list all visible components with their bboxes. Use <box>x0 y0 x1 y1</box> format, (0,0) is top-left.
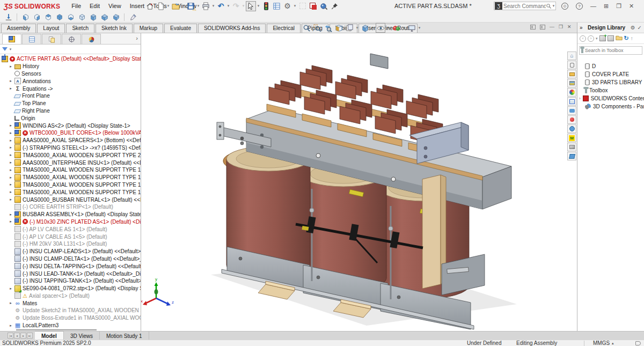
tree-horizontal-scrollbar[interactable] <box>16 329 97 330</box>
tree-item[interactable]: Origin <box>0 114 141 122</box>
bottom-tab-model[interactable]: Model <box>35 331 64 340</box>
tree-expander-icon[interactable]: ▸ <box>9 153 13 157</box>
library-back-icon[interactable]: ‹ <box>580 35 586 42</box>
command-search-input[interactable] <box>503 3 546 9</box>
annotations-visibility-icon[interactable] <box>345 23 354 33</box>
edit-appearance-icon[interactable] <box>391 23 401 33</box>
taskpane-pin-icon[interactable]: ✓ <box>638 25 642 31</box>
library-item[interactable]: Toolbox <box>577 86 644 94</box>
command-tab-evaluate[interactable]: Evaluate <box>164 24 197 33</box>
graphics-viewport[interactable]: x y z <box>141 33 567 332</box>
tree-item[interactable]: (-) INSU CLAMP-LEADS<1> (Default) <<Defa… <box>0 248 141 255</box>
tree-item[interactable]: Front Plane <box>0 92 141 100</box>
custom-properties-tab[interactable] <box>567 97 576 106</box>
view-orientation-icon[interactable] <box>360 23 370 33</box>
library-item[interactable]: 3D PARTS LIBRARY <box>577 78 644 86</box>
tree-item[interactable]: (-) AP LV CABLE AS 1<1> (Default) <box>0 225 141 233</box>
library-item[interactable]: ›SOLIDWORKS Content <box>577 94 644 102</box>
previous-view-icon[interactable] <box>323 23 333 33</box>
tree-expander-icon[interactable]: ▸ <box>9 182 13 187</box>
new-caret-icon[interactable]: ▾ <box>166 4 170 8</box>
view-isometric-icon[interactable] <box>88 12 98 22</box>
tree-item[interactable]: ⚙Update Sketch2 in TMAS0000_AXIAL WOODEN… <box>0 307 141 314</box>
open-caret-icon[interactable]: ▾ <box>181 4 185 8</box>
custom-properties-tag-icon[interactable] <box>635 341 641 345</box>
tree-item[interactable]: ▸WINDING AS<2> (Default) <Display State-… <box>0 122 141 129</box>
units-caret-icon[interactable]: ▴ <box>612 341 614 345</box>
tree-expander-icon[interactable]: ▸ <box>9 219 13 224</box>
tree-item[interactable]: ▸ΣEquations -> <box>0 85 141 92</box>
print-icon[interactable] <box>201 1 211 11</box>
tree-item[interactable]: ▸AAnnotations <box>0 77 141 85</box>
manufacturing-network-tab[interactable] <box>567 143 576 151</box>
doc-restore-icon[interactable]: ❐ <box>559 24 563 30</box>
doc-close-icon[interactable]: ✕ <box>567 24 572 30</box>
tree-item[interactable]: ▸SE090-04-0081_07R2.stp<1> (Default) <Di… <box>0 285 141 292</box>
tree-expander-icon[interactable]: ▸ <box>9 286 13 291</box>
pane-right-icon[interactable] <box>540 25 545 30</box>
tree-item[interactable]: ▸∞Mates <box>0 299 141 307</box>
tree-expander-icon[interactable]: ▸ <box>9 168 13 172</box>
tree-item[interactable]: ▸TMAS0000_AXIAL WOODEN SUPPORT TYPE 1<6>… <box>0 188 141 196</box>
doc-minimize-icon[interactable]: — <box>550 24 554 30</box>
view-orientation-caret-icon[interactable]: ▾ <box>371 26 375 30</box>
pane-left-icon[interactable] <box>530 25 536 30</box>
view-front-icon[interactable] <box>20 12 31 22</box>
tree-expander-icon[interactable]: ▸ <box>9 301 13 305</box>
save-caret-icon[interactable]: ▾ <box>196 4 200 8</box>
tree-expander-icon[interactable]: ▸ <box>9 131 13 135</box>
tree-item[interactable]: ▸BUSBAR ASSEMBLY<1> (Default) <Display S… <box>0 211 141 218</box>
command-tab-assembly[interactable]: Assembly <box>1 24 36 33</box>
tree-item[interactable]: (-) INSU LEAD-TANK<1> (Default) <<Defaul… <box>0 270 141 277</box>
tree-expander-icon[interactable]: ▸ <box>9 64 13 69</box>
flyout-expand-icon[interactable]: › <box>136 35 138 41</box>
options-caret-icon[interactable]: ▾ <box>293 4 297 8</box>
command-tab-layout[interactable]: Layout <box>37 24 65 33</box>
tree-expander-icon[interactable]: ▸ <box>9 79 13 83</box>
view-dimetric-icon[interactable] <box>99 12 109 22</box>
user-account-icon[interactable]: ☺ <box>561 3 568 10</box>
tree-expander-icon[interactable]: ▸ <box>9 197 13 202</box>
tree-expander-icon[interactable]: ▸ <box>9 323 13 328</box>
assembly-3d-model[interactable]: x y z <box>141 33 567 332</box>
tab-last-icon[interactable]: ▸| <box>27 333 33 338</box>
command-tab-sketch[interactable]: Sketch <box>66 24 94 33</box>
add-file-location-icon[interactable] <box>608 35 614 41</box>
propertymanager-tab[interactable] <box>22 34 41 44</box>
tree-item[interactable]: ▸TMAS0000_AXIAL WOODEN SUPPORT TYPE 1<1>… <box>0 166 141 174</box>
taskpane-options-gear-icon[interactable]: ⚙ <box>631 25 635 31</box>
search-scope-caret-icon[interactable]: ▾ <box>552 4 555 8</box>
home-icon[interactable] <box>145 1 155 11</box>
select-caret-icon[interactable]: ▾ <box>257 4 260 8</box>
tree-expander-icon[interactable]: ▸ <box>9 123 13 128</box>
tree-expander-icon[interactable]: ▸ <box>9 190 13 194</box>
3d-content-central-tab[interactable] <box>567 124 576 133</box>
select-cursor-icon[interactable] <box>246 1 256 11</box>
view-back-icon[interactable] <box>32 12 42 22</box>
restore-icon[interactable]: ❐ <box>616 3 621 10</box>
tree-item[interactable]: Right Plane <box>0 107 141 115</box>
solidworks-resources-tab[interactable]: ⌂ <box>567 51 576 60</box>
options-gear-icon[interactable]: ⚙ <box>282 1 292 11</box>
tab-prev-icon[interactable]: ◂ <box>14 333 20 338</box>
view-top-icon[interactable] <box>65 12 76 22</box>
file-explorer-tab[interactable] <box>567 70 576 78</box>
tree-item[interactable]: ▾ACTIVE PART AS (Default) <<Default>_Dis… <box>0 55 141 63</box>
command-tab-electrical[interactable]: Electrical <box>267 24 301 33</box>
toolbox-search[interactable] <box>579 46 642 55</box>
units-label[interactable]: MMGS <box>593 340 610 346</box>
bill-of-materials-icon[interactable] <box>272 1 282 11</box>
tree-item[interactable]: (-) HM 20kV 30A L131<1> (Default) <box>0 240 141 248</box>
search-icon[interactable] <box>546 3 552 9</box>
view-left-icon[interactable] <box>43 12 53 22</box>
apply-appearance-icon[interactable] <box>128 12 138 22</box>
save-icon[interactable]: ⚠ <box>186 1 196 11</box>
section-view-icon[interactable] <box>334 23 343 33</box>
library-forward-icon[interactable]: › <box>588 35 594 42</box>
zoom-area-icon[interactable] <box>312 23 322 33</box>
library-history-caret-icon[interactable]: ▾ <box>596 36 598 41</box>
library-folder-icon[interactable] <box>616 35 623 42</box>
library-item[interactable]: D <box>577 62 644 70</box>
command-tab-markup[interactable]: Markup <box>134 24 163 33</box>
toolbox-search-input[interactable] <box>585 48 640 53</box>
